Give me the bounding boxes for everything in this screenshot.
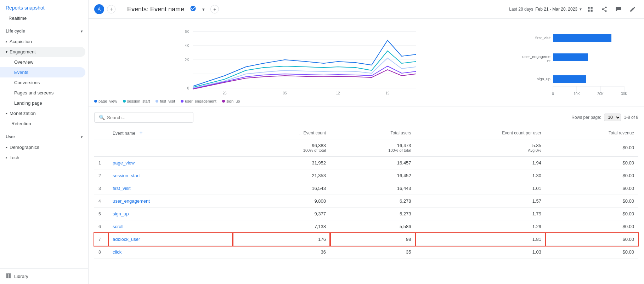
legend-page-view[interactable]: page_view [94,99,117,103]
title-dropdown-button[interactable]: ▾ [199,5,208,13]
sidebar-item-events[interactable]: Events [0,67,85,77]
svg-rect-2 [10,274,11,278]
insights-button[interactable] [613,4,624,15]
svg-text:6K: 6K [185,30,190,34]
line-chart: 6K 4K 2K 0 26 Feb 05 Mar 12 19 [94,24,504,95]
sidebar-item-tech[interactable]: ▸ Tech [0,152,88,163]
sidebar-item-conversions[interactable]: Conversions [0,77,88,88]
row-num: 1 [94,156,108,169]
search-input[interactable] [107,115,189,120]
chart-legend: page_view session_start first_visit user… [94,99,504,103]
sidebar-item-monetization[interactable]: ▸ Monetization [0,108,88,118]
table-row: 8 click 36 35 1.03 $0.00 [94,246,638,259]
sidebar-section-lifecycle-header[interactable]: Life cycle ▾ [0,26,88,36]
row-num: 8 [94,246,108,259]
legend-session-start[interactable]: session_start [123,99,150,103]
svg-text:Feb: Feb [221,94,228,95]
col-event-name[interactable]: Event name + [108,127,233,139]
search-box[interactable]: 🔍 [94,112,193,123]
row-per-user: 1.94 [416,156,546,169]
customize-report-button[interactable] [584,4,596,15]
sidebar: Reports snapshot Realtime Life cycle ▾ ▸… [0,0,89,284]
pagination-info: 1-8 of 8 [624,115,638,120]
legend-user-engagement[interactable]: user_engagement [181,99,216,103]
svg-text:nt: nt [547,59,550,63]
bar-chart-container: first_visit user_engageme nt sign_up 0 1… [504,24,638,106]
sidebar-item-realtime[interactable]: Realtime [0,13,88,23]
add-event-button[interactable]: + [139,130,142,136]
svg-text:first_visit: first_visit [535,36,550,40]
col-total-revenue[interactable]: Total revenue [546,127,638,139]
sidebar-section-user-header[interactable]: User ▾ [0,132,88,142]
col-event-count[interactable]: ↓ Event count [233,127,330,139]
svg-text:Mar: Mar [282,94,288,95]
sidebar-item-demographics[interactable]: ▸ Demographics [0,142,88,152]
date-range-value[interactable]: Feb 21 - Mar 20, 2023 [535,7,577,12]
row-revenue: $0.00 [546,169,638,182]
row-num: 3 [94,182,108,195]
add-comparison-button[interactable]: + [107,5,115,13]
legend-dot-first-visit [156,100,158,103]
totals-event-count: 96,383 100% of total [233,139,330,157]
sidebar-item-pages-screens[interactable]: Pages and screens [0,88,88,98]
row-per-user: 1.29 [416,220,546,233]
svg-text:user_engageme: user_engageme [522,54,550,59]
date-dropdown-icon[interactable]: ▾ [580,7,582,12]
row-event-name[interactable]: session_start [108,169,233,182]
add-filter-button[interactable]: + [210,5,219,13]
sidebar-footer-library[interactable]: Library [0,268,88,284]
row-per-user: 1.79 [416,208,546,220]
row-event-count: 9,377 [233,208,330,220]
table-section: 🔍 Rows per page: 10 25 50 1-8 of 8 [89,106,644,264]
row-total-users: 16,457 [330,156,416,169]
sidebar-item-engagement[interactable]: ▾ Engagement [0,47,85,57]
chevron-right-icon-4: ▸ [6,156,7,160]
share-button[interactable] [599,4,610,15]
row-event-count: 36 [233,246,330,259]
page-title: Events: Event name [127,6,184,13]
row-total-users: 16,452 [330,169,416,182]
row-num: 6 [94,220,108,233]
edit-button[interactable] [627,4,638,15]
row-num: 7 [94,233,108,246]
chevron-down-icon: ▾ [6,50,7,54]
row-event-name[interactable]: user_engagement [108,195,233,208]
library-icon [6,273,11,280]
sidebar-section-user-label: User [6,134,15,139]
row-event-name[interactable]: first_visit [108,182,233,195]
verified-icon [190,5,196,13]
sidebar-item-landing-page[interactable]: Landing page [0,98,88,108]
row-event-count: 21,353 [233,169,330,182]
legend-first-visit[interactable]: first_visit [156,99,175,103]
bar-sign-up [553,75,586,83]
col-num [94,127,108,139]
row-event-name[interactable]: click [108,246,233,259]
row-event-name[interactable]: page_view [108,156,233,169]
legend-sign-up[interactable]: sign_up [222,99,240,103]
col-total-users[interactable]: Total users [330,127,416,139]
table-row: 4 user_engagement 9,808 6,278 1.57 $0.00 [94,195,638,208]
row-event-name[interactable]: scroll [108,220,233,233]
row-event-name[interactable]: sign_up [108,208,233,220]
sidebar-item-overview[interactable]: Overview [0,57,88,67]
rows-per-page-select[interactable]: 10 25 50 [604,114,621,121]
row-total-users: 5,586 [330,220,416,233]
chevron-right-icon: ▸ [6,40,7,44]
row-total-users: 35 [330,246,416,259]
row-num: 5 [94,208,108,220]
bar-chart: first_visit user_engageme nt sign_up 0 1… [512,24,640,102]
chevron-right-icon-3: ▸ [6,145,7,149]
sidebar-item-acquisition[interactable]: ▸ Acquisition [0,36,88,47]
row-event-count: 7,138 [233,220,330,233]
row-per-user: 1.03 [416,246,546,259]
col-event-per-user[interactable]: Event count per user [416,127,546,139]
row-total-users: 16,443 [330,182,416,195]
row-per-user: 1.01 [416,182,546,195]
row-num: 4 [94,195,108,208]
row-event-name[interactable]: adblock_user [108,233,233,246]
row-event-count: 9,808 [233,195,330,208]
totals-num [94,139,108,157]
sidebar-section-lifecycle-label: Life cycle [6,29,25,34]
search-row: 🔍 Rows per page: 10 25 50 1-8 of 8 [94,112,638,123]
sidebar-item-retention[interactable]: Retention [0,118,88,129]
